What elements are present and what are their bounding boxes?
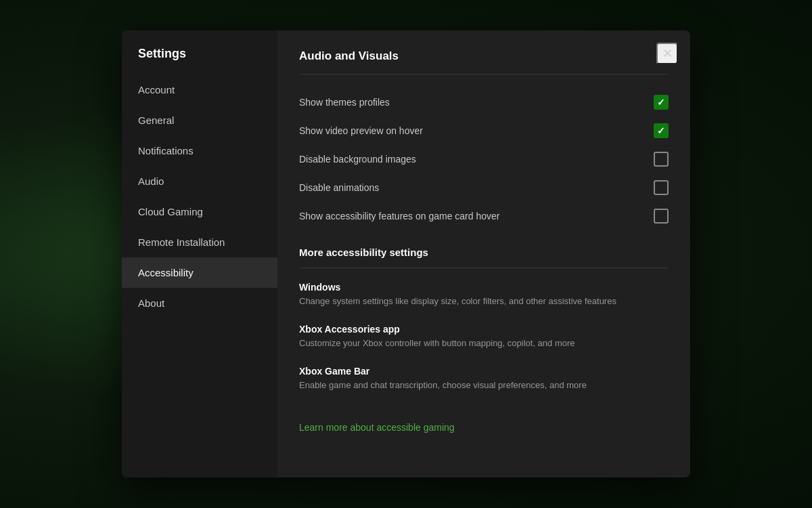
sidebar-item-label: Remote Installation [138, 236, 225, 248]
section-title: Audio and Visuals [299, 49, 669, 63]
sidebar-item-about[interactable]: About [122, 288, 277, 318]
setting-label: Disable animations [299, 182, 379, 193]
main-content: ✕ Audio and Visuals Show themes profiles… [277, 30, 690, 478]
setting-row-disable-animations: Disable animations [299, 173, 669, 202]
sidebar-item-account[interactable]: Account [122, 75, 277, 105]
sidebar-item-cloud-gaming[interactable]: Cloud Gaming [122, 196, 277, 227]
checkbox-disable-animations[interactable] [654, 180, 669, 195]
close-button[interactable]: ✕ [656, 43, 678, 64]
more-accessibility-section: More accessibility settings Windows Chan… [299, 247, 669, 433]
divider [299, 74, 669, 75]
xbox-game-bar-link-title[interactable]: Xbox Game Bar [299, 366, 669, 377]
setting-label: Disable background images [299, 154, 416, 165]
xbox-game-bar-link-desc: Enable game and chat transcription, choo… [299, 379, 669, 391]
sidebar-item-label: Notifications [138, 145, 194, 156]
xbox-game-bar-link-section: Xbox Game Bar Enable game and chat trans… [299, 366, 669, 391]
setting-row-disable-bg: Disable background images [299, 145, 669, 173]
windows-link-section: Windows Change system settings like disp… [299, 282, 669, 308]
settings-title: Settings [122, 47, 277, 75]
setting-row-show-themes: Show themes profiles [299, 88, 669, 117]
checkbox-show-video[interactable] [654, 123, 669, 138]
sidebar-item-label: Account [138, 84, 175, 96]
more-accessibility-title: More accessibility settings [299, 247, 669, 258]
checkbox-show-themes[interactable] [654, 95, 669, 110]
divider-thin [299, 268, 669, 268]
settings-dialog: Settings Account General Notifications A… [122, 30, 690, 478]
windows-link-desc: Change system settings like display size… [299, 295, 669, 308]
sidebar-item-label: General [138, 114, 174, 126]
checkbox-disable-bg[interactable] [654, 152, 669, 167]
learn-more-link[interactable]: Learn more about accessible gaming [299, 422, 455, 433]
sidebar-item-label: Accessibility [138, 267, 194, 278]
sidebar: Settings Account General Notifications A… [122, 30, 277, 478]
setting-label: Show video preview on hover [299, 125, 423, 136]
setting-label: Show accessibility features on game card… [299, 211, 499, 221]
sidebar-item-general[interactable]: General [122, 105, 277, 135]
setting-label: Show themes profiles [299, 97, 390, 108]
setting-row-show-video: Show video preview on hover [299, 117, 669, 145]
sidebar-item-accessibility[interactable]: Accessibility [122, 257, 277, 288]
sidebar-item-notifications[interactable]: Notifications [122, 135, 277, 166]
xbox-accessories-link-title[interactable]: Xbox Accessories app [299, 324, 669, 335]
sidebar-item-label: Audio [138, 175, 164, 187]
checkbox-show-accessibility-hover[interactable] [654, 209, 669, 224]
xbox-accessories-link-section: Xbox Accessories app Customize your Xbox… [299, 324, 669, 350]
setting-row-show-accessibility-hover: Show accessibility features on game card… [299, 202, 669, 230]
sidebar-item-audio[interactable]: Audio [122, 166, 277, 196]
windows-link-title[interactable]: Windows [299, 282, 669, 293]
sidebar-item-label: Cloud Gaming [138, 206, 203, 217]
xbox-accessories-link-desc: Customize your Xbox controller with butt… [299, 337, 669, 350]
sidebar-item-label: About [138, 297, 164, 309]
sidebar-item-remote-installation[interactable]: Remote Installation [122, 227, 277, 257]
